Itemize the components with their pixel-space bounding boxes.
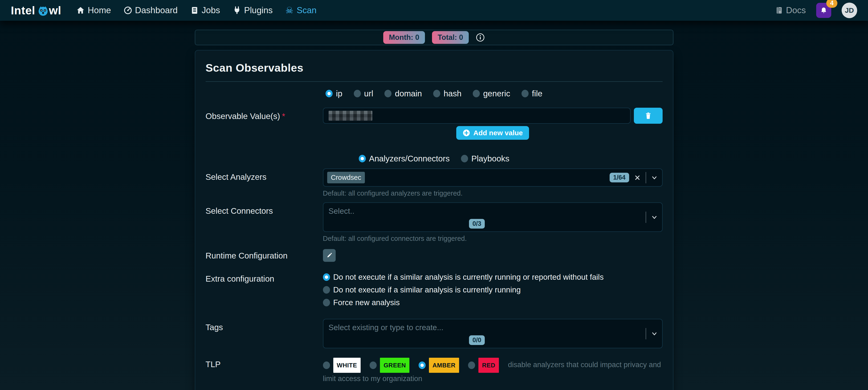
- tlp-option-amber[interactable]: AMBER: [418, 358, 459, 373]
- tlp-option-red[interactable]: RED: [468, 358, 499, 373]
- bell-icon: [820, 7, 828, 14]
- radio-label: Do not execute if a similar analysis is …: [333, 273, 604, 281]
- radio-type-domain[interactable]: domain: [384, 89, 422, 98]
- docs-icon: [775, 6, 783, 14]
- scan-observables-card: Scan Observables ip url domain hash: [195, 50, 674, 390]
- owl-icon: [38, 5, 49, 16]
- radio-analyzers-connectors[interactable]: Analyzers/Connectors: [359, 154, 450, 163]
- select-controls: [646, 319, 658, 348]
- runtime-configuration-row: Runtime Configuration: [206, 247, 662, 262]
- radio-label: generic: [483, 89, 510, 98]
- select-analyzers-row: Select Analyzers Crowdsec 1/64: [206, 169, 662, 197]
- radio-label: hash: [443, 89, 461, 98]
- tlp-row: TLP WHITE GREEN AMBER RED dis: [206, 356, 662, 385]
- chevron-down-icon[interactable]: [651, 214, 658, 221]
- radio-type-file[interactable]: file: [522, 89, 542, 98]
- connectors-count-badge: 0/3: [469, 219, 485, 229]
- tlp-badge-amber: AMBER: [429, 358, 459, 373]
- select-connectors-row: Select Connectors Select.. 0/3 Default: …: [206, 203, 662, 242]
- dashboard-icon: [124, 6, 132, 14]
- tlp-badge-green: GREEN: [380, 358, 409, 373]
- select-analyzers-label: Select Analyzers: [206, 169, 323, 182]
- radio-dot: [461, 155, 468, 162]
- label-text: Observable Value(s): [206, 112, 280, 121]
- extra-configuration-label: Extra configuration: [206, 270, 323, 283]
- pencil-icon: [326, 252, 333, 259]
- radio-type-ip[interactable]: ip: [326, 89, 342, 98]
- radio-dot: [323, 273, 330, 281]
- navbar: Intel wl Home Dashboard: [0, 0, 868, 21]
- radio-no-exec-without-fails[interactable]: Do not execute if a similar analysis is …: [323, 273, 662, 281]
- extra-configuration-row: Extra configuration Do not execute if a …: [206, 270, 662, 307]
- redacted-value: [329, 111, 372, 121]
- avatar[interactable]: JD: [842, 3, 857, 18]
- observable-value-input[interactable]: [323, 108, 630, 124]
- chevron-down-icon[interactable]: [651, 330, 658, 337]
- add-new-value-button[interactable]: Add new value: [456, 126, 529, 140]
- jobs-icon: [190, 6, 199, 14]
- nav-menu: Home Dashboard Jobs Plugins: [76, 5, 317, 15]
- brand-text-intel: Intel: [11, 4, 35, 17]
- jobs-quota-bar: Month: 0 Total: 0: [195, 30, 674, 45]
- edit-runtime-config-button[interactable]: [323, 249, 336, 262]
- connectors-multiselect[interactable]: Select.. 0/3: [323, 203, 662, 232]
- radio-dot: [359, 155, 366, 162]
- radio-dot: [468, 361, 475, 369]
- required-marker: *: [282, 112, 285, 121]
- radio-label: Analyzers/Connectors: [369, 154, 450, 163]
- plugins-icon: [233, 6, 241, 14]
- remove-value-button[interactable]: [634, 108, 662, 124]
- tags-count-badge: 0/0: [469, 335, 485, 345]
- tlp-label: TLP: [206, 356, 323, 369]
- radio-dot: [354, 90, 361, 97]
- total-quota-badge: Total: 0: [432, 31, 469, 44]
- tags-multiselect[interactable]: Select existing or type to create... 0/0: [323, 319, 662, 348]
- connectors-placeholder: Select..: [327, 206, 627, 216]
- radio-playbooks[interactable]: Playbooks: [461, 154, 509, 163]
- page-title: Scan Observables: [206, 61, 662, 74]
- info-icon[interactable]: [476, 33, 485, 42]
- brand-logo[interactable]: Intel wl: [11, 4, 61, 17]
- brand-text-wl: wl: [49, 4, 61, 17]
- plus-circle-icon: [462, 129, 470, 137]
- home-icon: [76, 6, 85, 14]
- docs-link[interactable]: Docs: [775, 5, 806, 15]
- radio-dot: [323, 361, 330, 369]
- tlp-option-green[interactable]: GREEN: [370, 358, 409, 373]
- nav-label: Jobs: [202, 5, 220, 15]
- radio-label: domain: [395, 89, 422, 98]
- nav-item-home[interactable]: Home: [76, 5, 111, 15]
- clear-selection-icon[interactable]: [634, 174, 641, 181]
- radio-type-url[interactable]: url: [354, 89, 373, 98]
- nav-item-scan[interactable]: ☠ Scan: [285, 5, 317, 15]
- tlp-option-white[interactable]: WHITE: [323, 358, 361, 373]
- tlp-badge-white: WHITE: [333, 358, 361, 373]
- radio-force-new-analysis[interactable]: Force new analysis: [323, 298, 662, 307]
- indicator-separator: [646, 328, 646, 339]
- nav-label: Scan: [297, 5, 317, 15]
- radio-type-generic[interactable]: generic: [473, 89, 510, 98]
- runtime-configuration-label: Runtime Configuration: [206, 247, 323, 260]
- radio-dot: [384, 90, 392, 97]
- radio-dot: [370, 361, 377, 369]
- radio-no-exec-running[interactable]: Do not execute if a similar analysis is …: [323, 286, 662, 294]
- indicator-separator: [646, 212, 646, 223]
- analyzers-multiselect[interactable]: Crowdsec 1/64: [323, 169, 662, 187]
- chevron-down-icon[interactable]: [651, 174, 658, 181]
- radio-label: file: [532, 89, 542, 98]
- trash-icon: [644, 112, 652, 120]
- scan-icon: ☠: [285, 6, 294, 14]
- nav-item-dashboard[interactable]: Dashboard: [124, 5, 178, 15]
- docs-label: Docs: [786, 5, 806, 15]
- radio-dot: [323, 286, 330, 294]
- navbar-right: Docs 4 JD: [775, 3, 857, 18]
- notifications-count-badge: 4: [826, 0, 837, 8]
- connectors-helper-text: Default: all configured connectors are t…: [323, 235, 662, 242]
- nav-item-plugins[interactable]: Plugins: [233, 5, 273, 15]
- notifications-button[interactable]: 4: [816, 3, 831, 18]
- radio-label: Playbooks: [471, 154, 509, 163]
- nav-item-jobs[interactable]: Jobs: [190, 5, 220, 15]
- radio-label: Do not execute if a similar analysis is …: [333, 286, 521, 294]
- select-controls: 1/64: [610, 169, 658, 186]
- radio-type-hash[interactable]: hash: [433, 89, 461, 98]
